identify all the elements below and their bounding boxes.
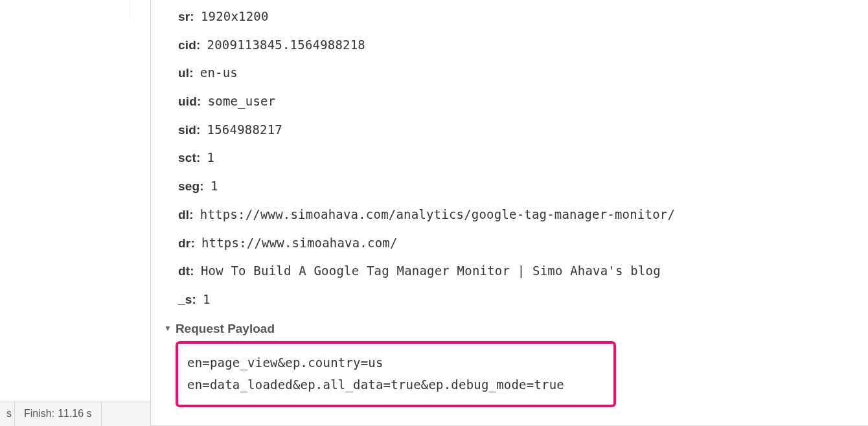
param-key: sct: [178,150,201,166]
param-value: 1920x1200 [201,8,269,25]
param-value: 1564988217 [207,122,282,138]
param-row: _s:1 [178,286,868,314]
param-value: https://www.simoahava.com/ [201,235,398,251]
param-value: en-us [200,65,238,81]
param-key: _s: [178,292,196,308]
param-value: How To Build A Google Tag Manager Monito… [201,263,661,279]
param-key: dt: [178,263,194,280]
param-key: uid: [178,94,201,110]
request-details: sr:1920x1200cid:2009113845.1564988218ul:… [151,0,868,426]
status-bar: s Finish: 11.16 s [0,401,150,426]
param-value: 1 [203,291,211,308]
param-row: sr:1920x1200 [178,3,868,31]
param-key: seg: [178,179,204,195]
status-finish-label: Finish: [24,408,54,420]
payload-line: en=data_loaded&ep.all_data=true&ep.debug… [187,374,604,396]
param-value: some_user [208,93,276,109]
param-key: dl: [178,207,194,223]
status-previous-truncated: s [0,401,15,426]
param-row: dl:https://www.simoahava.com/analytics/g… [178,201,868,229]
payload-line: en=page_view&ep.country=us [187,352,604,374]
request-payload-title: Request Payload [176,322,275,336]
param-key: sr: [178,9,194,25]
param-row: ul:en-us [178,59,868,87]
param-row: sid:1564988217 [178,116,868,144]
param-key: ul: [178,65,194,82]
param-key: sid: [178,122,201,139]
query-string-params: sr:1920x1200cid:2009113845.1564988218ul:… [160,3,868,314]
param-value: 2009113845.1564988218 [207,37,365,53]
param-value: https://www.simoahava.com/analytics/goog… [200,207,675,223]
status-finish: Finish: 11.16 s [15,401,102,426]
param-row: cid:2009113845.1564988218 [178,31,868,60]
param-row: seg:1 [178,172,868,201]
param-row: dt:How To Build A Google Tag Manager Mon… [178,257,868,286]
disclosure-triangle-icon: ▼ [164,324,172,333]
param-row: uid:some_user [178,87,868,116]
param-value: 1 [207,150,215,166]
request-payload-header[interactable]: ▼ Request Payload [160,317,868,339]
param-key: dr: [178,236,195,252]
devtools-pane: s Finish: 11.16 s sr:1920x1200cid:200911… [0,0,868,426]
param-value: 1 [211,178,218,194]
status-prev-text: s [6,408,12,420]
param-row: dr:https://www.simoahava.com/ [178,229,868,258]
param-row: sct:1 [178,144,868,172]
requests-sidebar: s Finish: 11.16 s [0,0,151,426]
request-payload-highlight: en=page_view&ep.country=usen=data_loaded… [176,341,616,407]
param-key: cid: [178,38,201,54]
status-finish-value: 11.16 s [58,408,91,420]
